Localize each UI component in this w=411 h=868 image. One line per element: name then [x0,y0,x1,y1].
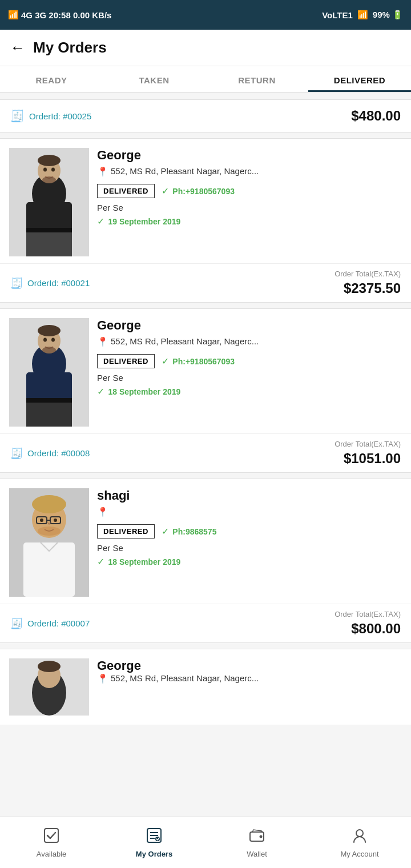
total-col: Order Total(Ex.TAX) $1051.00 [335,440,401,467]
card-footer: 🧾 OrderId: #00021 Order Total(Ex.TAX) $2… [0,263,411,302]
status-right: VoLTE1 📶 99% 🔋 [322,10,403,20]
order-card-partial: George 📍 552, MS Rd, Pleasant Nagar, Nag… [0,649,411,725]
tab-delivered[interactable]: DELIVERED [308,66,411,92]
phone-info: ✓ Ph:+9180567093 [162,186,235,196]
date-text: 19 September 2019 [108,217,180,226]
phone-info: ✓ Ph:+9180567093 [162,356,235,367]
order-total-amount: $2375.50 [335,280,401,296]
svg-point-28 [54,519,57,522]
svg-point-29 [38,527,61,536]
phone-row: ✓ Ph:+9180567093 [162,356,235,367]
delivered-badge: DELIVERED [97,184,155,198]
status-left: 📶 4G 3G 20:58 0.00 KB/s [8,10,111,20]
svg-point-7 [42,176,56,183]
status-bar: 📶 4G 3G 20:58 0.00 KB/s VoLTE1 📶 99% 🔋 [0,0,411,30]
svg-point-23 [32,495,66,513]
tab-ready[interactable]: READY [0,66,103,92]
svg-point-3 [38,155,61,166]
location-icon: 📍 [97,673,108,684]
order-total-top: $480.00 [351,108,401,124]
partial-info: George 📍 552, MS Rd, Pleasant Nagar, Nag… [97,658,402,716]
customer-name: shagi [97,488,402,503]
customer-name: George [97,318,402,333]
card-info: George 📍 552, MS Rd, Pleasant Nagar, Nag… [97,318,402,427]
svg-point-17 [42,347,56,353]
order-total-label: Order Total(Ex.TAX) [335,440,401,448]
tab-bar: READY TAKEN RETURN DELIVERED [0,66,411,93]
location-icon: 📍 [97,336,108,347]
address-row: 📍 [97,507,402,517]
status-phone-row: DELIVERED ✓ Ph:+9180567093 [97,184,402,198]
order-card: George 📍 552, MS Rd, Pleasant Nagar, Nag… [0,138,411,303]
product-image [9,318,89,427]
date-row: ✓ 19 September 2019 [97,216,402,227]
per-se-date: Per Se [97,373,402,383]
total-col: Order Total(Ex.TAX) $800.00 [335,610,401,637]
delivered-badge: DELIVERED [97,354,155,368]
date-row: ✓ 18 September 2019 [97,556,402,567]
signal-icon: 📶 [8,10,19,20]
order-id[interactable]: OrderId: #00007 [27,618,90,628]
order-total-label: Order Total(Ex.TAX) [335,610,401,618]
card-footer: 🧾 OrderId: #00007 Order Total(Ex.TAX) $8… [0,604,411,642]
wifi-icon: 📶 [357,10,368,20]
product-image-partial [9,658,89,716]
order-total-label: Order Total(Ex.TAX) [335,270,401,278]
order-total-amount: $800.00 [335,621,401,637]
address-row: 📍 552, MS Rd, Pleasant Nagar, Nagerc... [97,166,402,177]
address-text: 552, MS Rd, Pleasant Nagar, Nagerc... [111,166,259,176]
receipt-icon: 🧾 [10,109,25,123]
svg-rect-19 [26,403,72,427]
card-info: George 📍 552, MS Rd, Pleasant Nagar, Nag… [97,148,402,256]
address-text: 552, MS Rd, Pleasant Nagar, Nagerc... [111,336,259,346]
product-image [9,148,89,256]
total-col: Order Total(Ex.TAX) $2375.50 [335,270,401,296]
date-row: ✓ 18 September 2019 [97,386,402,397]
order-id[interactable]: OrderId: #00008 [27,448,90,458]
svg-point-6 [51,168,55,172]
date-text: 18 September 2019 [108,387,180,396]
network-icon: VoLTE1 [322,10,353,20]
order-card-top: 🧾 OrderId: #00025 $480.00 [0,99,411,132]
svg-point-5 [43,168,47,172]
order-id-top[interactable]: OrderId: #00025 [29,111,91,121]
battery-level: 99% 🔋 [373,10,403,20]
tab-return[interactable]: RETURN [206,66,308,92]
address-row: 📍 552, MS Rd, Pleasant Nagar, Nagerc... [97,336,402,347]
card-footer: 🧾 OrderId: #00008 Order Total(Ex.TAX) $1… [0,433,411,472]
page-header: ← My Orders [0,30,411,66]
phone-text: Ph:9868575 [172,527,216,536]
card-info: shagi 📍 DELIVERED ✓ Ph:9868575 Per Se [97,488,402,597]
per-se-label: Per Se [97,203,402,212]
order-card: shagi 📍 DELIVERED ✓ Ph:9868575 Per Se [0,479,411,643]
receipt-icon: 🧾 [10,277,23,290]
order-total-amount: $1051.00 [335,451,401,467]
svg-point-16 [51,338,55,342]
address-text-partial: 552, MS Rd, Pleasant Nagar, Nagerc... [111,673,259,683]
svg-rect-8 [26,228,72,232]
phone-text: Ph:+9180567093 [172,357,235,366]
svg-point-27 [40,519,43,522]
customer-name: George [97,148,402,163]
status-phone-row: DELIVERED ✓ Ph:9868575 [97,524,402,539]
per-se-label: Per Se [97,373,402,383]
location-icon: 📍 [97,507,108,517]
order-card: George 📍 552, MS Rd, Pleasant Nagar, Nag… [0,308,411,473]
page-title: My Orders [33,39,107,57]
address-row-partial: 📍 552, MS Rd, Pleasant Nagar, Nagerc... [97,673,402,684]
back-button[interactable]: ← [10,39,25,57]
order-id-row: 🧾 OrderId: #00025 [10,109,91,123]
svg-point-15 [43,338,47,342]
svg-point-13 [38,325,61,336]
tab-taken[interactable]: TAKEN [103,66,206,92]
order-id[interactable]: OrderId: #00021 [27,278,90,288]
phone-info: ✓ Ph:9868575 [162,526,217,537]
phone-text: Ph:+9180567093 [172,187,235,196]
svg-rect-9 [26,232,72,256]
location-icon: 📍 [97,166,108,177]
orders-list: 🧾 OrderId: #00025 $480.00 [0,93,411,789]
status-phone-row: DELIVERED ✓ Ph:+9180567093 [97,354,402,368]
svg-rect-18 [26,398,72,403]
per-se-date: Per Se [97,543,402,553]
order-id-row: 🧾 OrderId: #00008 [10,447,90,460]
